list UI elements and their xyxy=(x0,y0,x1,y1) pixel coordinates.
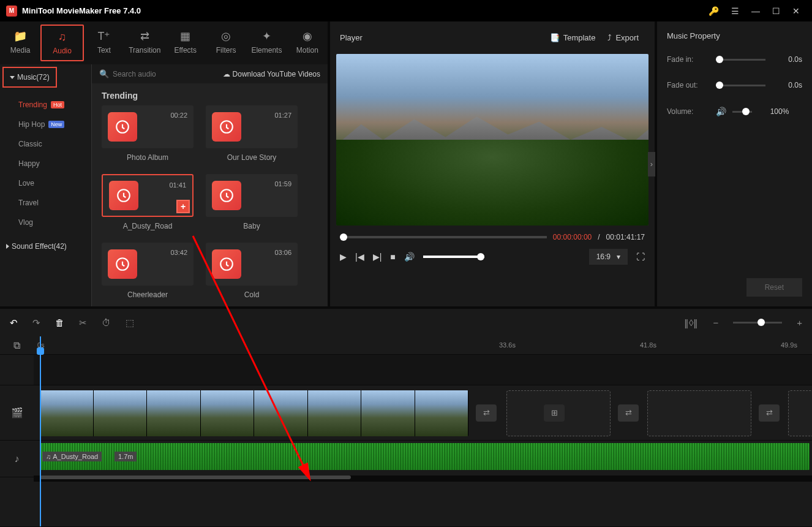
transition-icon: ⇄ xyxy=(127,29,162,43)
category-love[interactable]: Love xyxy=(0,173,91,193)
caret-down-icon xyxy=(10,76,15,79)
properties-panel: Music Property Fade in: 0.0s Fade out: 0… xyxy=(657,21,812,306)
tab-transition[interactable]: ⇄Transition xyxy=(124,25,165,61)
play-button[interactable]: ▶ xyxy=(340,252,347,262)
player-panel: Player 📑Template ⤴Export › 00:00:00:00 /… xyxy=(330,21,655,306)
undo-button[interactable]: ↶ xyxy=(10,317,18,328)
zoom-slider[interactable] xyxy=(733,322,782,324)
music-category-header[interactable]: Music(72) xyxy=(2,67,57,88)
tab-elements[interactable]: ✦Elements xyxy=(246,25,287,61)
playhead[interactable] xyxy=(40,336,41,526)
fade-in-slider[interactable] xyxy=(716,59,765,61)
empty-clip-slot[interactable] xyxy=(647,390,751,436)
volume-handle[interactable] xyxy=(477,253,484,260)
search-input[interactable] xyxy=(113,70,223,78)
ruler-mark: 49.9s xyxy=(781,341,797,349)
expand-handle[interactable]: › xyxy=(648,152,655,176)
empty-clip-slot[interactable] xyxy=(788,390,812,436)
category-trending[interactable]: TrendingHot xyxy=(0,95,91,115)
aspect-ratio-select[interactable]: 16:9▾ xyxy=(589,249,628,265)
crop-button[interactable]: ⬚ xyxy=(126,317,134,328)
seek-bar[interactable] xyxy=(340,236,547,238)
template-icon: 📑 xyxy=(550,33,560,42)
effects-icon: ▦ xyxy=(168,29,203,43)
scrollbar-thumb[interactable] xyxy=(40,476,351,479)
category-vlog[interactable]: Vlog xyxy=(0,213,91,232)
add-to-timeline-button[interactable]: + xyxy=(176,200,190,213)
transition-button[interactable]: ⇄ xyxy=(618,404,639,422)
audio-name: A_Dusty_Road xyxy=(102,222,194,230)
timeline-ruler[interactable]: 0s 33.6s 41.8s 49.9s xyxy=(34,336,812,355)
category-happy[interactable]: Happy xyxy=(0,154,91,173)
ruler-mark: 41.8s xyxy=(640,341,656,349)
template-button[interactable]: 📑Template xyxy=(544,31,602,45)
audio-card[interactable]: 03:42 Cheerleader xyxy=(102,243,194,299)
export-button[interactable]: ⤴Export xyxy=(601,31,645,45)
key-icon[interactable]: 🔑 xyxy=(702,6,725,16)
tab-motion[interactable]: ◉Motion xyxy=(287,25,328,61)
speaker-icon[interactable]: 🔊 xyxy=(716,107,726,116)
prev-frame-button[interactable]: |◀ xyxy=(355,252,364,262)
category-classic[interactable]: Classic xyxy=(0,134,91,154)
slider-handle[interactable] xyxy=(716,82,723,89)
transition-button[interactable]: ⇄ xyxy=(476,404,497,422)
transition-button[interactable]: ⇄ xyxy=(759,404,780,422)
add-clip-button[interactable]: ⊞ xyxy=(544,404,565,422)
tab-media[interactable]: 📁Media xyxy=(0,25,40,61)
download-youtube-link[interactable]: ☁ Download YouTube Videos xyxy=(223,70,320,78)
close-button[interactable]: ✕ xyxy=(786,6,806,16)
audio-thumb-icon xyxy=(212,112,241,142)
audio-clip-label: ♫ A_Dusty_Road xyxy=(42,452,102,461)
search-icon: 🔍 xyxy=(99,69,109,78)
fade-out-slider[interactable] xyxy=(716,85,765,86)
reset-button[interactable]: Reset xyxy=(746,278,802,297)
audio-clip[interactable]: ♫ A_Dusty_Road 1.7m xyxy=(40,443,810,470)
minimize-button[interactable]: — xyxy=(745,6,766,16)
tab-filters[interactable]: ◎Filters xyxy=(206,25,246,61)
timeline-toolbar: ↶ ↷ 🗑 ✂ ⏱ ⬚ ‖◊‖ − + xyxy=(0,309,812,336)
video-track[interactable]: ⇄ ⊞ ⇄ ⇄ xyxy=(34,385,812,441)
fit-button[interactable]: ‖◊‖ xyxy=(684,317,698,328)
folder-icon: 📁 xyxy=(2,29,38,43)
horizontal-scrollbar[interactable] xyxy=(34,476,812,482)
slider-handle[interactable] xyxy=(716,56,723,63)
video-clip[interactable] xyxy=(40,390,468,436)
volume-icon[interactable]: 🔊 xyxy=(404,252,415,262)
audio-card[interactable]: 00:22 Photo Album xyxy=(102,105,194,162)
menu-icon[interactable]: ☰ xyxy=(725,6,745,16)
audio-card[interactable]: 03:06 Cold xyxy=(206,243,298,299)
seek-handle[interactable] xyxy=(340,233,347,241)
audio-duration: 03:06 xyxy=(274,249,291,256)
filters-icon: ◎ xyxy=(208,29,244,43)
timeline: ⧉ 🎬 ♪ 0s 33.6s 41.8s 49.9s ⇄ ⊞ ⇄ ⇄ xyxy=(0,336,812,526)
split-button[interactable]: ✂ xyxy=(79,317,87,328)
next-frame-button[interactable]: ▶| xyxy=(373,252,382,262)
volume-slider[interactable] xyxy=(423,256,484,258)
category-hiphop[interactable]: Hip HopNew xyxy=(0,115,91,134)
redo-button[interactable]: ↷ xyxy=(32,317,40,328)
maximize-button[interactable]: ☐ xyxy=(766,6,786,16)
time-current: 00:00:00:00 xyxy=(553,233,592,241)
sound-effect-header[interactable]: Sound Effect(42) xyxy=(0,237,91,256)
audio-track[interactable]: ♫ A_Dusty_Road 1.7m xyxy=(34,441,812,474)
tab-text[interactable]: T⁺Text xyxy=(84,25,124,61)
volume-prop-slider[interactable] xyxy=(732,111,752,113)
fade-out-label: Fade out: xyxy=(667,81,710,89)
zoom-handle[interactable] xyxy=(757,319,765,326)
category-travel[interactable]: Travel xyxy=(0,193,91,213)
slider-handle[interactable] xyxy=(742,108,750,115)
layers-icon[interactable]: ⧉ xyxy=(0,336,34,355)
speed-button[interactable]: ⏱ xyxy=(102,317,111,328)
audio-name: Cold xyxy=(206,290,298,299)
delete-button[interactable]: 🗑 xyxy=(55,317,64,328)
zoom-in-button[interactable]: + xyxy=(797,317,802,328)
tab-effects[interactable]: ▦Effects xyxy=(165,25,206,61)
zoom-out-button[interactable]: − xyxy=(713,317,718,328)
caret-right-icon xyxy=(6,244,9,249)
stop-button[interactable]: ■ xyxy=(390,252,395,262)
fullscreen-button[interactable]: ⛶ xyxy=(636,252,645,262)
audio-card[interactable]: 01:27 Our Love Story xyxy=(206,105,298,162)
audio-card[interactable]: 01:59 Baby xyxy=(206,174,298,230)
tab-audio[interactable]: ♫Audio xyxy=(40,25,83,61)
audio-card-selected[interactable]: 01:41+ A_Dusty_Road xyxy=(102,174,194,230)
